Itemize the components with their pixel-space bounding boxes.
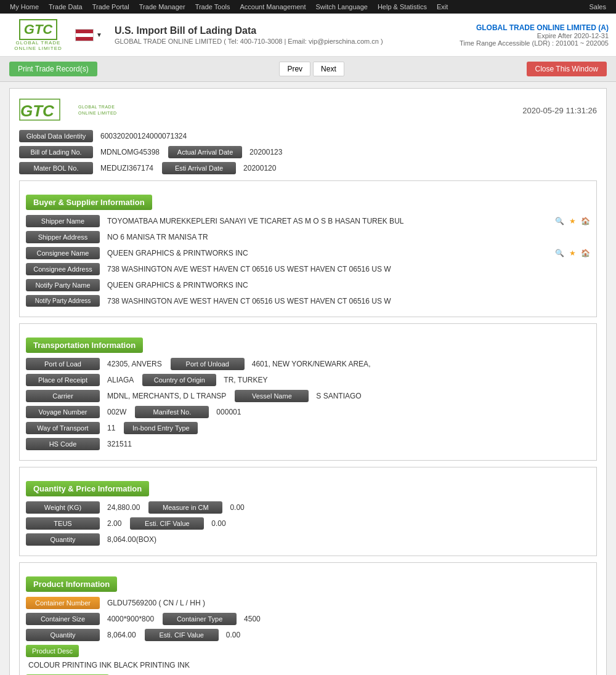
shipper-star-icon[interactable]: ★ xyxy=(569,217,576,225)
gtc-logo-text: GTC xyxy=(19,19,57,40)
product-cif-label: Esti. CIF Value xyxy=(145,629,219,641)
consignee-star-icon[interactable]: ★ xyxy=(569,249,576,257)
country-origin-value: TR, TURKEY xyxy=(220,374,271,386)
bol-row: Bill of Lading No. MDNLOMG45398 Actual A… xyxy=(19,146,597,158)
port-of-load-label: Port of Load xyxy=(26,358,100,370)
container-type-value: 4500 xyxy=(240,613,264,624)
port-of-load-field: Port of Load 42305, ANVERS xyxy=(26,358,166,370)
shipper-home-icon[interactable]: 🏠 xyxy=(581,217,590,225)
esti-arrival-value: 20200120 xyxy=(240,163,280,174)
time-range: Time Range Accessible (LDR) : 201001 ~ 2… xyxy=(460,39,609,47)
mater-bol-label: Mater BOL No. xyxy=(19,162,93,174)
shipper-search-icon[interactable]: 🔍 xyxy=(555,217,564,225)
place-receipt-value: ALIAGA xyxy=(103,374,137,386)
voyage-label: Voyage Number xyxy=(26,406,100,418)
actual-arrival-date-value: 20200123 xyxy=(246,147,286,158)
notify-party-name-label: Notify Party Name xyxy=(26,279,100,291)
consignee-address-value: 738 WASHINGTON AVE WEST HAVEN CT 06516 U… xyxy=(103,264,590,275)
place-receipt-field: Place of Receipt ALIAGA xyxy=(26,374,137,386)
page-title-area: U.S. Import Bill of Lading Data GLOBAL T… xyxy=(115,25,460,45)
arrival-date-field: Actual Arrival Date 20200123 xyxy=(168,146,286,158)
container-type-field: Container Type 4500 xyxy=(163,613,264,625)
shipper-address-row: Shipper Address NO 6 MANISA TR MANISA TR xyxy=(26,231,590,243)
container-number-row: Container Number GLDU7569200 ( CN / L / … xyxy=(26,597,590,609)
nav-switch-language[interactable]: Switch Language xyxy=(311,1,373,12)
notify-party-address-value: 738 WASHINGTON AVE WEST HAVEN CT 06516 U… xyxy=(103,296,590,307)
nav-trade-data[interactable]: Trade Data xyxy=(44,1,87,12)
record-card: GTC GLOBAL TRADEONLINE LIMITED 2020-05-2… xyxy=(9,88,607,675)
nav-exit[interactable]: Exit xyxy=(432,1,453,12)
product-info-section: Product Information Container Number GLD… xyxy=(19,562,597,675)
quantity-row: Quantity 8,064.00(BOX) xyxy=(26,533,590,546)
close-button-top[interactable]: Close This Window xyxy=(527,62,607,76)
hs-code-value: 321511 xyxy=(103,439,590,450)
weight-value: 24,880.00 xyxy=(103,502,144,513)
pagination-controls: Prev Next xyxy=(279,62,344,76)
main-content: GTC GLOBAL TRADEONLINE LIMITED 2020-05-2… xyxy=(0,82,616,675)
nav-trade-portal[interactable]: Trade Portal xyxy=(87,1,134,12)
expire-date: Expire After 2020-12-31 xyxy=(460,32,609,39)
measure-label: Measure in CM xyxy=(148,501,222,514)
product-desc-value-row: COLOUR PRINTING INK BLACK PRINTING INK xyxy=(26,661,590,669)
us-flag xyxy=(75,29,94,41)
way-transport-field: Way of Transport 11 xyxy=(26,422,119,434)
esti-cif-field: Esti. CIF Value 0.00 xyxy=(130,517,229,530)
print-button-top[interactable]: Print Trade Record(s) xyxy=(9,62,97,76)
nav-my-home[interactable]: My Home xyxy=(5,1,44,12)
consignee-name-value: QUEEN GRAPHICS & PRINTWORKS INC xyxy=(103,248,549,259)
quantity-label: Quantity xyxy=(26,533,100,546)
container-size-type-row: Container Size 4000*900*800 Container Ty… xyxy=(26,613,590,625)
transportation-title: Transportation Information xyxy=(26,338,143,353)
product-qty-label: Quantity xyxy=(26,629,100,641)
shipper-name-row: Shipper Name TOYOMATBAA MUREKKEPLERI SAN… xyxy=(26,215,590,227)
container-type-label: Container Type xyxy=(163,613,237,625)
port-of-unload-label: Port of Unload xyxy=(171,358,245,370)
quantity-price-title: Quantity & Price Information xyxy=(26,481,149,496)
page-title: U.S. Import Bill of Lading Data xyxy=(115,25,460,36)
product-cif-field: Esti. CIF Value 0.00 xyxy=(145,629,244,641)
esti-arrival-label: Esti Arrival Date xyxy=(162,162,236,174)
logo-area: GTC GLOBAL TRADE ONLINE LIMITED ▼ xyxy=(7,20,102,51)
actual-arrival-date-label: Actual Arrival Date xyxy=(168,146,242,158)
place-receipt-label: Place of Receipt xyxy=(26,374,100,386)
way-transport-label: Way of Transport xyxy=(26,422,100,434)
way-bond-row: Way of Transport 11 In-bond Entry Type xyxy=(26,422,590,434)
nav-help-statistics[interactable]: Help & Statistics xyxy=(373,1,432,12)
global-data-identity-row: Global Data Identity 6003202001240000713… xyxy=(19,130,597,142)
nav-trade-manager[interactable]: Trade Manager xyxy=(134,1,190,12)
account-info: GLOBAL TRADE ONLINE LIMITED (A) Expire A… xyxy=(460,23,609,47)
carrier-vessel-row: Carrier MDNL, MERCHANTS, D L TRANSP Vess… xyxy=(26,390,590,402)
hs-code-label: HS Code xyxy=(26,438,100,450)
nav-trade-tools[interactable]: Trade Tools xyxy=(190,1,235,12)
top-navigation: My Home Trade Data Trade Portal Trade Ma… xyxy=(0,0,616,14)
top-action-bar: Print Trade Record(s) Prev Next Close Th… xyxy=(0,57,616,82)
prev-button-top[interactable]: Prev xyxy=(279,62,310,76)
gtc-logo-sub: GLOBAL TRADE ONLINE LIMITED xyxy=(7,40,69,51)
product-desc-row: Product Desc xyxy=(26,645,590,657)
quantity-value: 8,064.00(BOX) xyxy=(103,534,590,545)
consignee-search-icon[interactable]: 🔍 xyxy=(555,249,564,257)
esti-arrival-field: Esti Arrival Date 20200120 xyxy=(162,162,280,174)
teus-value: 2.00 xyxy=(103,518,125,529)
consignee-name-row: Consignee Name QUEEN GRAPHICS & PRINTWOR… xyxy=(26,247,590,259)
bol-field: Bill of Lading No. MDNLOMG45398 xyxy=(19,146,163,158)
notify-party-address-row: Notify Party Address 738 WASHINGTON AVE … xyxy=(26,295,590,307)
company-logo: GTC GLOBAL TRADE ONLINE LIMITED xyxy=(7,20,69,51)
quantity-price-section: Quantity & Price Information Weight (KG)… xyxy=(19,467,597,556)
vessel-field: Vessel Name S SANTIAGO xyxy=(235,390,365,402)
vessel-value: S SANTIAGO xyxy=(312,390,365,402)
flag-area[interactable]: ▼ xyxy=(75,29,102,41)
shipper-name-value: TOYOMATBAA MUREKKEPLERI SANAYI VE TICARE… xyxy=(103,216,549,227)
next-button-top[interactable]: Next xyxy=(313,62,344,76)
shipper-address-label: Shipper Address xyxy=(26,231,100,243)
manifest-field: Manifest No. 000001 xyxy=(135,406,245,418)
buyer-supplier-section: Buyer & Supplier Information Shipper Nam… xyxy=(19,180,597,317)
vessel-label: Vessel Name xyxy=(235,390,309,402)
consignee-home-icon[interactable]: 🏠 xyxy=(581,249,590,257)
container-number-label: Container Number xyxy=(26,597,100,609)
nav-account-management[interactable]: Account Management xyxy=(235,1,311,12)
global-data-identity-label: Global Data Identity xyxy=(19,130,93,142)
carrier-value: MDNL, MERCHANTS, D L TRANSP xyxy=(103,390,230,402)
carrier-field: Carrier MDNL, MERCHANTS, D L TRANSP xyxy=(26,390,230,402)
measure-field: Measure in CM 0.00 xyxy=(148,501,248,514)
